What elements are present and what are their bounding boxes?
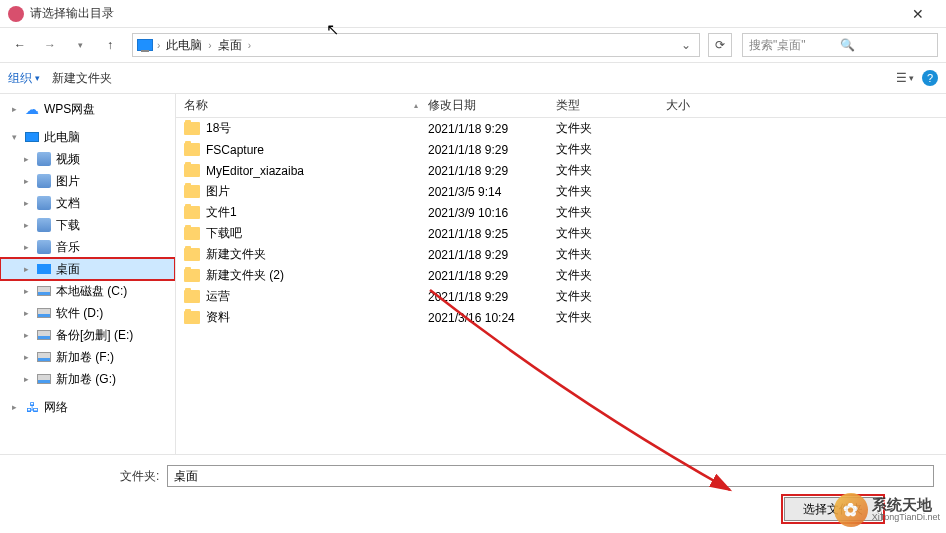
tree-disk-d[interactable]: ▸软件 (D:): [0, 302, 175, 324]
file-type: 文件夹: [556, 225, 666, 242]
file-date: 2021/3/9 10:16: [428, 206, 556, 220]
file-rows: 18号2021/1/18 9:29文件夹FSCapture2021/1/18 9…: [176, 118, 946, 328]
expand-icon[interactable]: ▸: [20, 154, 32, 164]
table-row[interactable]: 文件12021/3/9 10:16文件夹: [176, 202, 946, 223]
pictures-icon: [36, 173, 52, 189]
file-date: 2021/1/18 9:29: [428, 143, 556, 157]
folder-icon: [184, 269, 200, 282]
chevron-right-icon: ›: [248, 40, 251, 51]
back-button[interactable]: ←: [8, 33, 32, 57]
new-folder-button[interactable]: 新建文件夹: [52, 70, 112, 87]
table-row[interactable]: 新建文件夹2021/1/18 9:29文件夹: [176, 244, 946, 265]
tree-pc[interactable]: ▾此电脑: [0, 126, 175, 148]
expand-icon[interactable]: ▸: [20, 330, 32, 340]
crumb-pc[interactable]: 此电脑: [164, 37, 204, 54]
table-row[interactable]: MyEditor_xiazaiba2021/1/18 9:29文件夹: [176, 160, 946, 181]
expand-icon[interactable]: ▸: [20, 242, 32, 252]
table-row[interactable]: 下载吧2021/1/18 9:25文件夹: [176, 223, 946, 244]
table-row[interactable]: 图片2021/3/5 9:14文件夹: [176, 181, 946, 202]
expand-icon[interactable]: ▸: [8, 402, 20, 412]
table-row[interactable]: FSCapture2021/1/18 9:29文件夹: [176, 139, 946, 160]
refresh-button[interactable]: ⟳: [708, 33, 732, 57]
file-type: 文件夹: [556, 120, 666, 137]
desktop-icon: [36, 261, 52, 277]
header-size[interactable]: 大小: [666, 97, 756, 114]
file-name: 资料: [206, 309, 230, 326]
breadcrumb-dropdown[interactable]: ⌄: [677, 38, 695, 52]
nav-tree: ▸☁WPS网盘 ▾此电脑 ▸视频 ▸图片 ▸文档 ▸下载 ▸音乐 ▸桌面 ▸本地…: [0, 94, 176, 454]
tree-disk-c[interactable]: ▸本地磁盘 (C:): [0, 280, 175, 302]
close-button[interactable]: ✕: [898, 6, 938, 22]
chevron-right-icon: ›: [208, 40, 211, 51]
tree-desktop[interactable]: ▸桌面: [0, 258, 175, 280]
organize-button[interactable]: 组织 ▾: [8, 70, 40, 87]
up-button[interactable]: ↑: [98, 33, 122, 57]
tree-documents[interactable]: ▸文档: [0, 192, 175, 214]
file-name: 文件1: [206, 204, 237, 221]
music-icon: [36, 239, 52, 255]
tree-video[interactable]: ▸视频: [0, 148, 175, 170]
expand-icon[interactable]: ▸: [8, 104, 20, 114]
table-row[interactable]: 18号2021/1/18 9:29文件夹: [176, 118, 946, 139]
tree-disk-f[interactable]: ▸新加卷 (F:): [0, 346, 175, 368]
folder-icon: [184, 248, 200, 261]
expand-icon[interactable]: ▸: [20, 308, 32, 318]
disk-icon: [36, 305, 52, 321]
folder-name-input[interactable]: [167, 465, 934, 487]
search-input[interactable]: 搜索"桌面" 🔍: [742, 33, 938, 57]
header-type[interactable]: 类型: [556, 97, 666, 114]
header-date[interactable]: 修改日期: [428, 97, 556, 114]
downloads-icon: [36, 217, 52, 233]
file-type: 文件夹: [556, 141, 666, 158]
chevron-down-icon: ▾: [909, 73, 914, 83]
file-name: 图片: [206, 183, 230, 200]
table-row[interactable]: 资料2021/3/16 10:24文件夹: [176, 307, 946, 328]
collapse-icon[interactable]: ▾: [8, 132, 20, 142]
breadcrumb[interactable]: › 此电脑 › 桌面 › ⌄: [132, 33, 700, 57]
expand-icon[interactable]: ▸: [20, 264, 32, 274]
file-name: FSCapture: [206, 143, 264, 157]
search-placeholder: 搜索"桌面": [749, 37, 840, 54]
help-button[interactable]: ?: [922, 70, 938, 86]
folder-icon: [184, 185, 200, 198]
folder-icon: [184, 206, 200, 219]
expand-icon[interactable]: ▸: [20, 176, 32, 186]
tree-disk-e[interactable]: ▸备份[勿删] (E:): [0, 324, 175, 346]
expand-icon[interactable]: ▸: [20, 198, 32, 208]
file-date: 2021/3/16 10:24: [428, 311, 556, 325]
watermark: ✿ 系统天地 XiTongTianDi.net: [834, 493, 940, 527]
column-headers: 名称▴ 修改日期 类型 大小: [176, 94, 946, 118]
disk-icon: [36, 371, 52, 387]
tree-disk-g[interactable]: ▸新加卷 (G:): [0, 368, 175, 390]
view-button[interactable]: ☰ ▾: [896, 71, 914, 85]
file-date: 2021/1/18 9:29: [428, 248, 556, 262]
tree-music[interactable]: ▸音乐: [0, 236, 175, 258]
tree-wps[interactable]: ▸☁WPS网盘: [0, 98, 175, 120]
watermark-url: XiTongTianDi.net: [872, 513, 940, 523]
cloud-icon: ☁: [24, 101, 40, 117]
folder-icon: [184, 290, 200, 303]
file-list: 名称▴ 修改日期 类型 大小 18号2021/1/18 9:29文件夹FSCap…: [176, 94, 946, 454]
file-name: 运营: [206, 288, 230, 305]
file-date: 2021/3/5 9:14: [428, 185, 556, 199]
expand-icon[interactable]: ▸: [20, 374, 32, 384]
header-name[interactable]: 名称▴: [176, 97, 428, 114]
expand-icon[interactable]: ▸: [20, 220, 32, 230]
crumb-desktop[interactable]: 桌面: [216, 37, 244, 54]
forward-button[interactable]: →: [38, 33, 62, 57]
tree-network[interactable]: ▸🖧网络: [0, 396, 175, 418]
file-type: 文件夹: [556, 246, 666, 263]
recent-dropdown[interactable]: ▾: [68, 33, 92, 57]
table-row[interactable]: 新建文件夹 (2)2021/1/18 9:29文件夹: [176, 265, 946, 286]
file-name: 新建文件夹: [206, 246, 266, 263]
folder-icon: [184, 311, 200, 324]
file-name: 下载吧: [206, 225, 242, 242]
expand-icon[interactable]: ▸: [20, 352, 32, 362]
table-row[interactable]: 运营2021/1/18 9:29文件夹: [176, 286, 946, 307]
file-date: 2021/1/18 9:29: [428, 290, 556, 304]
video-icon: [36, 151, 52, 167]
folder-icon: [184, 164, 200, 177]
tree-pictures[interactable]: ▸图片: [0, 170, 175, 192]
expand-icon[interactable]: ▸: [20, 286, 32, 296]
tree-downloads[interactable]: ▸下载: [0, 214, 175, 236]
